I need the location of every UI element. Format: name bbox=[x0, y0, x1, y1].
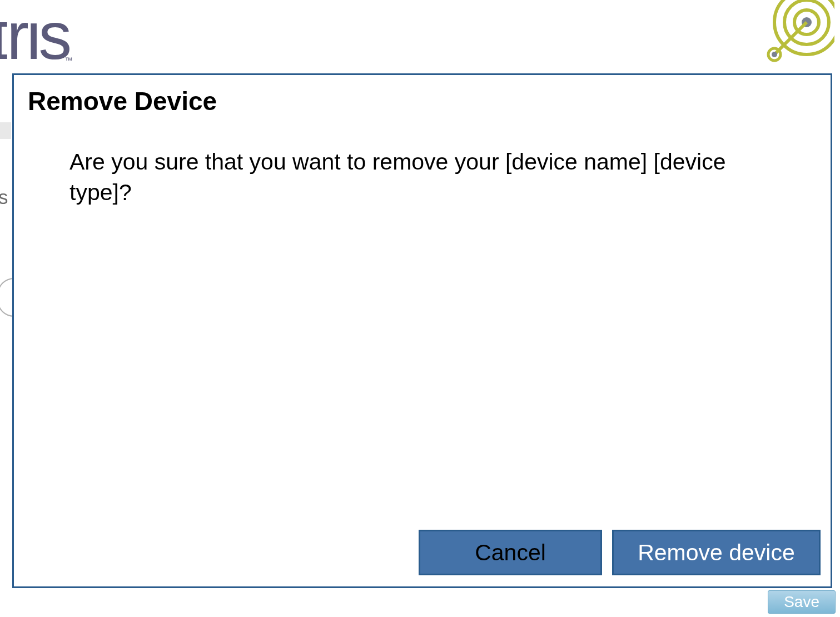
logo-text: ɪrıs bbox=[0, 0, 67, 73]
background-text-fragment: s bbox=[0, 186, 8, 208]
app-logo: ɪrıs™ bbox=[0, 0, 71, 74]
svg-point-6 bbox=[772, 52, 777, 57]
remove-device-button-label: Remove device bbox=[638, 540, 795, 566]
cancel-button[interactable]: Cancel bbox=[419, 530, 602, 575]
dialog-body: Are you sure that you want to remove you… bbox=[14, 116, 831, 530]
dialog-title: Remove Device bbox=[14, 75, 831, 116]
dialog-message: Are you sure that you want to remove you… bbox=[69, 147, 775, 208]
save-button-label: Save bbox=[784, 593, 819, 610]
broadcast-icon bbox=[734, 0, 834, 80]
remove-device-button[interactable]: Remove device bbox=[612, 530, 821, 575]
dialog-footer: Cancel Remove device bbox=[14, 530, 831, 586]
background-element bbox=[0, 122, 11, 139]
save-button[interactable]: Save bbox=[768, 590, 836, 614]
cancel-button-label: Cancel bbox=[475, 540, 546, 566]
trademark-symbol: ™ bbox=[64, 56, 68, 64]
remove-device-dialog: Remove Device Are you sure that you want… bbox=[12, 73, 832, 588]
